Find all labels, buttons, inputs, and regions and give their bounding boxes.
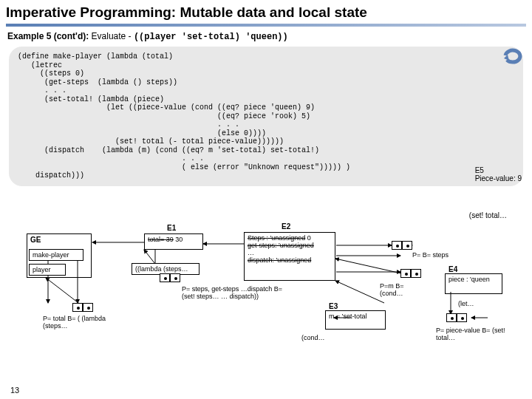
env-e4: E4 piece : 'queen — [445, 273, 502, 294]
svg-line-12 — [335, 281, 384, 303]
e2-steps-new: 0 — [307, 234, 311, 242]
example-text: Evaluate - — [92, 31, 132, 41]
e2-dots: … — [248, 249, 332, 256]
player-box: player — [29, 264, 66, 276]
e3-cond: (cond… — [301, 334, 325, 341]
e2-steps-struck: Steps : 'unassigned — [248, 234, 305, 242]
cell-e2a-1 — [392, 241, 402, 250]
p-piece: P= piece-value B= (set! total… — [436, 327, 510, 342]
env-e4-label: E4 — [449, 265, 457, 273]
loop-icon — [501, 44, 528, 69]
code-listing: (define make-player (lambda (total) (let… — [18, 52, 514, 180]
divider — [6, 24, 526, 27]
e4-let: (let… — [458, 300, 474, 307]
code-box: (define make-player (lambda (total) (let… — [9, 47, 523, 186]
env-e3: E3 m = 'set-total — [325, 310, 386, 330]
env-e2: E2 Steps : 'unassigned 0 get-steps: 'una… — [244, 232, 335, 281]
page-title: Imperative Programming: Mutable data and… — [0, 0, 532, 24]
note-settotal: (set! total… — [469, 211, 507, 219]
cell-e2b-1 — [400, 269, 411, 278]
env-ge-label: GE — [30, 236, 41, 244]
cell-ge-1 — [72, 303, 83, 312]
svg-line-11 — [335, 259, 408, 275]
total-struck: total= 39 — [148, 236, 174, 243]
p-steps: P= steps, get-steps …dispatch B= (set! s… — [182, 285, 293, 301]
p-total: P= total B= ( (lambda (steps… — [43, 315, 132, 330]
total-new: 30 — [175, 236, 183, 243]
cell-e1-2 — [170, 273, 180, 282]
env-ge: GE make-player player — [27, 233, 92, 278]
cell-e4-1 — [446, 313, 457, 322]
cell-e4-2 — [457, 313, 467, 322]
cell-ge-2 — [83, 303, 93, 312]
p-m: P=m B=(cond… — [380, 282, 424, 298]
note-e5: E5Piece-value: 9 — [475, 166, 522, 183]
cell-e2b-2 — [411, 269, 421, 278]
example-code: ((player 'set-total) 'queen)) — [134, 32, 288, 42]
cell-e1-1 — [160, 273, 170, 282]
env-e3-label: E3 — [329, 302, 338, 310]
env-e2-label: E2 — [282, 222, 290, 231]
env-e1: E1 total= 39 30 — [144, 233, 203, 250]
slide-number: 13 — [10, 386, 19, 395]
e4-body: piece : 'queen — [449, 276, 490, 283]
p-bsteps: P= B= steps — [412, 251, 457, 259]
make-player-box: make-player — [29, 249, 83, 261]
example-label: Example 5 (cont'd): — [7, 31, 89, 41]
cell-e2a-2 — [402, 241, 412, 250]
env-e1-label: E1 — [167, 224, 176, 232]
e3-body: m = 'set-total — [329, 313, 367, 320]
environment-diagram: GE make-player player P= total B= ( (lam… — [0, 229, 532, 384]
e2-dispatch: dispatch: 'unassigned — [248, 256, 311, 264]
e2-getsteps: get-steps: 'unassigned — [248, 242, 314, 249]
example-subtitle: Example 5 (cont'd): Evaluate - ((player … — [0, 31, 532, 47]
